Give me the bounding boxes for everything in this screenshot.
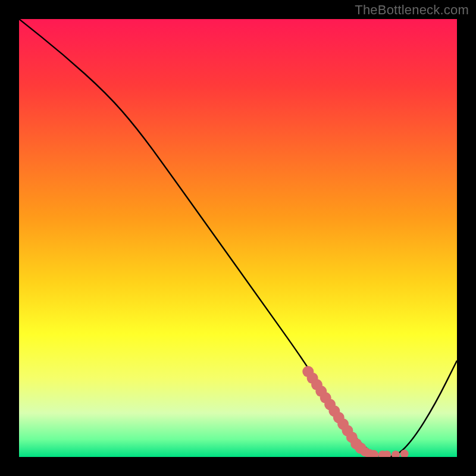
chart-svg <box>19 19 457 457</box>
plot-area <box>19 19 457 457</box>
chart-frame: TheBottleneck.com <box>0 0 476 476</box>
gradient-background <box>19 19 457 457</box>
watermark-text: TheBottleneck.com <box>355 2 469 18</box>
